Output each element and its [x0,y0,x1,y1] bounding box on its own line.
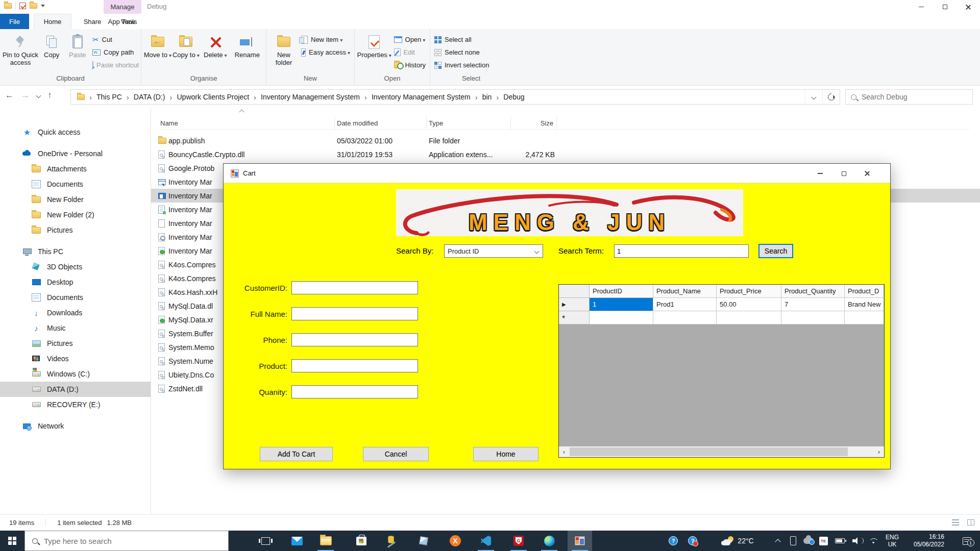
breadcrumb-segment[interactable]: › DATA (D:) [122,93,165,102]
weather-tray-button[interactable]: 22°C [715,531,761,551]
grid-cell-product-quantity[interactable]: 7 [781,298,845,311]
breadcrumb-segment[interactable]: › bin [471,93,492,102]
dialog-minimize-button[interactable] [808,164,832,183]
field-input[interactable] [291,385,418,398]
volume-tray-button[interactable] [849,531,865,551]
cloud-sync-tray-button[interactable] [801,531,816,551]
grid-cell-productid[interactable]: 1 [590,298,653,311]
details-view-button[interactable] [950,517,961,528]
move-to-button[interactable]: Move to [143,32,172,59]
grid-column-product-description[interactable]: Product_D [845,285,884,298]
file-explorer-button[interactable] [313,531,338,551]
taskbar-search-input[interactable] [44,537,197,545]
gdata-security-button[interactable]: G [506,531,531,551]
action-center-button[interactable]: 1 [958,531,976,551]
explorer-search-box[interactable] [845,89,973,105]
sidebar-item[interactable]: OneDrive - Personal [0,146,151,161]
grid-column-productid[interactable]: ProductID [590,285,653,298]
wifi-tray-button[interactable] [866,531,881,551]
grid-column-product-name[interactable]: Product_Name [653,285,717,298]
teamviewer-tray-button[interactable]: TE [817,531,830,551]
dialog-title-bar[interactable]: Cart [224,164,890,183]
copy-path-button[interactable]: W..Copy path [90,46,139,59]
tab-app-tools[interactable]: App Tools [104,14,141,29]
delete-button[interactable]: Delete [200,32,231,59]
sidebar-item[interactable]: Downloads [0,305,151,320]
task-view-button[interactable] [253,531,278,551]
scroll-right-icon[interactable]: › [874,446,884,457]
select-all-button[interactable]: Select all [432,33,509,46]
copy-to-button[interactable]: Copy to [172,32,201,59]
sidebar-item[interactable]: Pictures [0,222,151,238]
sidebar-item[interactable]: New Folder [0,192,151,207]
maximize-button[interactable] [933,0,957,14]
search-by-dropdown[interactable]: Product ID [444,244,543,258]
breadcrumb-segment[interactable]: › Upwork Clients Project [165,93,250,102]
sidebar-item[interactable]: Attachments [0,161,151,177]
thumbnail-view-button[interactable] [966,517,976,528]
file-row[interactable]: app.publish 05/03/2022 01:00 File folder [151,134,980,147]
open-button[interactable]: Open [392,33,428,46]
start-button[interactable] [0,531,24,551]
dialog-close-button[interactable] [855,164,879,183]
column-header-size[interactable]: Size [511,116,557,129]
history-button[interactable]: History [392,59,428,71]
grid-data-row[interactable]: 1 Prod1 50.00 7 Brand New [559,298,884,311]
tab-file[interactable]: File [0,14,29,29]
breadcrumb-bar[interactable]: › This PC › DATA (D:) › Upwork Clients P… [70,89,840,105]
sidebar-item[interactable]: DATA (D:) [0,382,151,397]
xampp-button[interactable]: X [443,531,468,551]
sidebar-item[interactable]: Documents [0,177,151,192]
grid-column-product-price[interactable]: Product_Price [717,285,781,298]
grid-horizontal-scrollbar[interactable]: ‹ › [559,446,884,457]
close-button[interactable] [957,0,980,14]
field-input[interactable] [291,359,418,372]
breadcrumb-segment[interactable]: › This PC [85,93,122,102]
sidebar-item[interactable]: Network [0,418,151,434]
language-tray-button[interactable]: ENG UK [881,531,903,551]
tab-home[interactable]: Home [34,14,71,29]
breadcrumb-segment[interactable]: › Debug [492,93,524,102]
sidebar-item[interactable]: Desktop [0,274,151,290]
cut-button[interactable]: ✂Cut [90,33,139,46]
grid-cell-product-name[interactable]: Prod1 [653,298,717,311]
back-button[interactable]: ← [5,90,14,101]
refresh-button[interactable] [822,90,840,104]
search-button[interactable]: Search [758,244,793,258]
microsoft-store-button[interactable] [349,531,374,551]
rename-button[interactable]: Rename [231,32,264,59]
quick-access-toolbar[interactable] [4,2,45,9]
grid-new-row[interactable] [559,311,884,324]
new-item-button[interactable]: New item [299,33,352,46]
recent-locations-caret[interactable] [36,93,41,98]
address-dropdown-button[interactable] [805,90,822,104]
mail-app-button[interactable] [285,531,309,551]
grid-cell-product-description[interactable]: Brand New [845,298,884,311]
home-button[interactable]: Home [473,447,538,461]
sidebar-item[interactable]: New Folder (2) [0,207,151,222]
search-term-input[interactable] [614,244,749,258]
sidebar-item[interactable]: Videos [0,351,151,366]
cart-app-button[interactable] [568,531,592,551]
invert-selection-button[interactable]: Invert selection [432,59,509,71]
help-alert-tray-button[interactable]: ? [685,531,700,551]
up-button[interactable]: ↑ [47,90,52,101]
field-input[interactable] [291,281,418,294]
edge-button[interactable] [537,531,561,551]
forward-button[interactable]: → [21,90,30,101]
sidebar-item[interactable]: Windows (C:) [0,366,151,382]
add-to-cart-button[interactable]: Add To Cart [260,447,333,461]
phone-tray-button[interactable] [786,531,800,551]
easy-access-button[interactable]: Easy access [299,46,352,59]
sidebar-item[interactable]: RECOVERY (E:) [0,397,151,412]
copy-button[interactable]: Copy [39,32,65,59]
field-input[interactable] [291,307,418,320]
file-row[interactable]: BouncyCastle.Crypto.dll 31/01/2019 19:53… [151,147,980,161]
sidebar-item[interactable]: Quick access [0,124,151,140]
sidebar-item[interactable]: Music [0,320,151,336]
pin-to-quick-access-button[interactable]: Pin to Quick access [2,32,39,66]
scroll-left-icon[interactable]: ‹ [559,446,569,457]
sidebar-item[interactable]: Pictures [0,336,151,351]
cancel-button[interactable]: Cancel [363,447,429,461]
column-header-type[interactable]: Type [427,116,511,129]
